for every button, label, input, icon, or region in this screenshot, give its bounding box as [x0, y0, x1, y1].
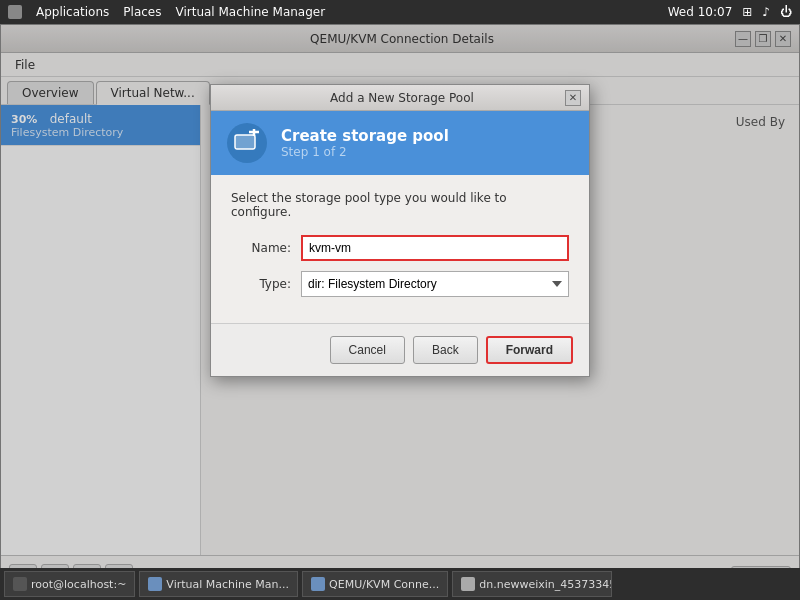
applications-menu[interactable]: Applications [36, 5, 109, 19]
modal-header-text: Create storage pool Step 1 of 2 [281, 127, 449, 159]
taskbar-label-browser: dn.newweixin_45373345 [479, 578, 612, 591]
system-bar-right: Wed 10:07 ⊞ ♪ ⏻ [668, 5, 792, 19]
system-time: Wed 10:07 [668, 5, 733, 19]
taskbar-item-terminal[interactable]: root@localhost:~ [4, 571, 135, 597]
app-name-label: Virtual Machine Manager [175, 5, 325, 19]
taskbar-label-virt: Virtual Machine Man... [166, 578, 289, 591]
taskbar-label-qemu: QEMU/KVM Conne... [329, 578, 439, 591]
terminal-icon [13, 577, 27, 591]
modal-footer: Cancel Back Forward [211, 323, 589, 376]
svg-rect-0 [235, 135, 255, 149]
vm-icon [148, 577, 162, 591]
places-menu[interactable]: Places [123, 5, 161, 19]
forward-button[interactable]: Forward [486, 336, 573, 364]
taskbar-item-virt-manager[interactable]: Virtual Machine Man... [139, 571, 298, 597]
system-bar-left: Applications Places Virtual Machine Mana… [8, 5, 325, 19]
taskbar-item-browser[interactable]: dn.newweixin_45373345 [452, 571, 612, 597]
name-input[interactable] [301, 235, 569, 261]
power-icon[interactable]: ⏻ [780, 5, 792, 19]
qemu-icon [311, 577, 325, 591]
type-select[interactable]: dir: Filesystem Directory [301, 271, 569, 297]
back-button[interactable]: Back [413, 336, 478, 364]
modal-title: Add a New Storage Pool [239, 91, 565, 105]
taskbar-label-terminal: root@localhost:~ [31, 578, 126, 591]
modal-header: Create storage pool Step 1 of 2 [211, 111, 589, 175]
system-app-icon [8, 5, 22, 19]
name-label: Name: [231, 241, 291, 255]
network-icon: ⊞ [742, 5, 752, 19]
modal-titlebar: Add a New Storage Pool ✕ [211, 85, 589, 111]
modal-overlay: Add a New Storage Pool ✕ Create storage … [0, 24, 800, 600]
browser-icon [461, 577, 475, 591]
taskbar: root@localhost:~ Virtual Machine Man... … [0, 568, 800, 600]
system-bar: Applications Places Virtual Machine Mana… [0, 0, 800, 24]
volume-icon: ♪ [762, 5, 770, 19]
modal-body: Select the storage pool type you would l… [211, 175, 589, 323]
cancel-button[interactable]: Cancel [330, 336, 405, 364]
modal-header-subtitle: Step 1 of 2 [281, 145, 449, 159]
modal-header-title: Create storage pool [281, 127, 449, 145]
modal-description: Select the storage pool type you would l… [231, 191, 569, 219]
create-pool-icon [227, 123, 267, 163]
modal-dialog: Add a New Storage Pool ✕ Create storage … [210, 84, 590, 377]
name-row: Name: [231, 235, 569, 261]
taskbar-item-qemu[interactable]: QEMU/KVM Conne... [302, 571, 448, 597]
type-row: Type: dir: Filesystem Directory [231, 271, 569, 297]
modal-close-button[interactable]: ✕ [565, 90, 581, 106]
type-label: Type: [231, 277, 291, 291]
